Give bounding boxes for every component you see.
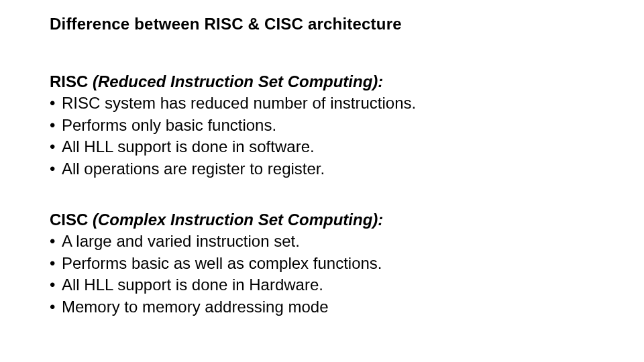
risc-name: RISC <box>50 72 88 90</box>
list-item: •Performs only basic functions. <box>50 115 416 136</box>
bullet-text: All HLL support is done in Hardware. <box>62 274 323 296</box>
risc-section: RISC (Reduced Instruction Set Computing)… <box>50 71 416 180</box>
list-item: •All HLL support is done in Hardware. <box>50 274 383 296</box>
bullet-text: Performs basic as well as complex functi… <box>62 253 382 274</box>
bullet-dot: • <box>50 158 62 180</box>
list-item: •All operations are register to register… <box>50 158 416 180</box>
cisc-section: CISC (Complex Instruction Set Computing)… <box>50 209 383 318</box>
risc-heading: RISC (Reduced Instruction Set Computing)… <box>50 71 416 93</box>
bullet-dot: • <box>50 274 62 296</box>
bullet-text: Memory to memory addressing mode <box>62 296 328 318</box>
risc-bullets: •RISC system has reduced number of instr… <box>50 93 416 180</box>
bullet-text: A large and varied instruction set. <box>62 231 300 252</box>
list-item: •A large and varied instruction set. <box>50 231 383 252</box>
bullet-dot: • <box>50 115 62 136</box>
bullet-text: RISC system has reduced number of instru… <box>62 93 416 114</box>
bullet-dot: • <box>50 231 62 252</box>
bullet-text: Performs only basic functions. <box>62 115 276 136</box>
list-item: •All HLL support is done in software. <box>50 136 416 158</box>
page-title: Difference between RISC & CISC architect… <box>50 15 402 34</box>
cisc-expansion: (Complex Instruction Set Computing): <box>93 210 383 229</box>
cisc-name: CISC <box>50 210 88 229</box>
risc-expansion: (Reduced Instruction Set Computing): <box>93 72 383 90</box>
list-item: •Memory to memory addressing mode <box>50 296 383 318</box>
bullet-dot: • <box>50 136 62 158</box>
bullet-dot: • <box>50 253 62 274</box>
bullet-text: All HLL support is done in software. <box>62 136 315 158</box>
list-item: •Performs basic as well as complex funct… <box>50 253 383 274</box>
bullet-text: All operations are register to register. <box>62 158 325 180</box>
bullet-dot: • <box>50 296 62 318</box>
cisc-bullets: •A large and varied instruction set. •Pe… <box>50 231 383 318</box>
bullet-dot: • <box>50 93 62 114</box>
list-item: •RISC system has reduced number of instr… <box>50 93 416 114</box>
cisc-heading: CISC (Complex Instruction Set Computing)… <box>50 209 383 231</box>
slide: Difference between RISC & CISC architect… <box>0 0 644 362</box>
